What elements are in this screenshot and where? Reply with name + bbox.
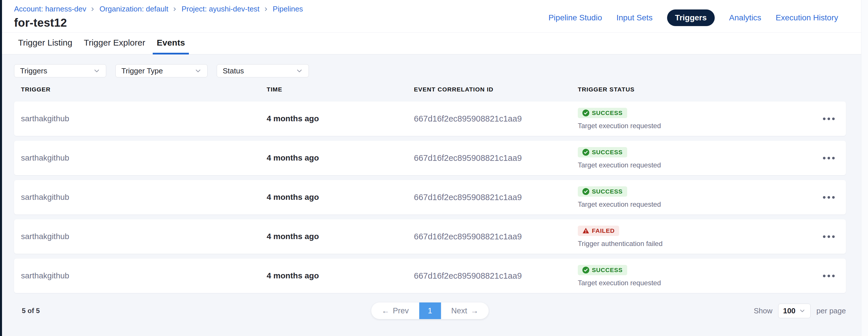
trigger-status-cell: SUCCESS Target execution requested xyxy=(578,108,811,130)
pagination-bar: 5 of 5 ← Prev 1 Next → Show 100 xyxy=(14,302,846,320)
trigger-type-filter-dropdown[interactable]: Trigger Type xyxy=(115,64,208,77)
trigger-name: sarthakgithub xyxy=(21,193,267,202)
chevron-down-icon xyxy=(195,67,202,74)
prev-page-button[interactable]: ← Prev xyxy=(371,302,419,319)
tab-bar: Trigger Listing Trigger Explorer Events xyxy=(2,33,868,55)
table-row: sarthakgithub 4 months ago 667d16f2ec895… xyxy=(14,259,846,293)
status-badge: SUCCESS xyxy=(578,186,627,197)
collapsed-sidebar-edge xyxy=(0,0,2,336)
breadcrumb-organization-link[interactable]: Organization: default xyxy=(99,5,168,13)
trigger-status-cell: SUCCESS Target execution requested xyxy=(578,186,811,208)
check-circle-icon xyxy=(582,149,589,156)
trigger-name: sarthakgithub xyxy=(21,154,267,163)
event-correlation-id: 667d16f2ec895908821c1aa9 xyxy=(414,114,578,124)
row-more-options-icon[interactable] xyxy=(819,113,839,124)
event-time: 4 months ago xyxy=(267,154,414,163)
column-header-time: Time xyxy=(267,86,414,93)
trigger-status-cell: SUCCESS Target execution requested xyxy=(578,265,811,287)
breadcrumb-pipelines-link[interactable]: Pipelines xyxy=(273,5,303,13)
arrow-right-icon: → xyxy=(471,306,478,315)
nav-execution-history[interactable]: Execution History xyxy=(776,13,838,22)
check-circle-icon xyxy=(582,109,589,116)
table-header-row: Trigger Time Event Correlation ID Trigge… xyxy=(14,86,846,93)
trigger-name: sarthakgithub xyxy=(21,114,267,123)
status-detail: Target execution requested xyxy=(578,200,661,208)
page-size-control: Show 100 per page xyxy=(754,304,846,318)
nav-pipeline-studio[interactable]: Pipeline Studio xyxy=(549,13,602,22)
current-page-button[interactable]: 1 xyxy=(419,302,441,319)
status-badge: SUCCESS xyxy=(578,147,627,157)
page-title: for-test12 xyxy=(14,16,303,29)
status-badge-label: SUCCESS xyxy=(592,149,623,156)
tab-trigger-listing[interactable]: Trigger Listing xyxy=(14,33,76,55)
check-circle-icon xyxy=(582,188,589,195)
status-filter-dropdown[interactable]: Status xyxy=(217,64,309,77)
filter-label: Triggers xyxy=(20,67,47,75)
event-correlation-id: 667d16f2ec895908821c1aa9 xyxy=(414,271,578,281)
nav-triggers[interactable]: Triggers xyxy=(667,9,715,26)
status-badge-label: SUCCESS xyxy=(592,267,623,273)
filters-row: Triggers Trigger Type Status xyxy=(14,64,846,77)
status-detail: Target execution requested xyxy=(578,279,661,287)
event-time: 4 months ago xyxy=(267,232,414,241)
status-badge: SUCCESS xyxy=(578,108,627,118)
table-row: sarthakgithub 4 months ago 667d16f2ec895… xyxy=(14,180,846,214)
page-size-select[interactable]: 100 xyxy=(778,304,811,318)
trigger-name: sarthakgithub xyxy=(21,271,267,280)
page-header: Account: harness-dev Organization: defau… xyxy=(2,0,868,33)
main-area: Account: harness-dev Organization: defau… xyxy=(2,0,868,336)
event-time: 4 months ago xyxy=(267,193,414,202)
row-more-options-icon[interactable] xyxy=(819,153,839,163)
app-root: Account: harness-dev Organization: defau… xyxy=(0,0,868,336)
chevron-right-icon xyxy=(90,7,95,12)
trigger-name: sarthakgithub xyxy=(21,232,267,241)
next-page-button[interactable]: Next → xyxy=(441,302,489,319)
chevron-down-icon xyxy=(296,67,303,74)
row-more-options-icon[interactable] xyxy=(819,192,839,203)
arrow-left-icon: ← xyxy=(381,306,389,315)
row-more-options-icon[interactable] xyxy=(819,231,839,242)
breadcrumb-project-link[interactable]: Project: ayushi-dev-test xyxy=(181,5,259,13)
status-badge-label: FAILED xyxy=(592,227,615,234)
status-badge: FAILED xyxy=(578,226,619,236)
prev-label: Prev xyxy=(393,306,409,315)
chevron-down-icon xyxy=(93,67,100,74)
page-scrollbar[interactable] xyxy=(861,0,868,336)
chevron-down-icon xyxy=(799,308,806,314)
status-badge-label: SUCCESS xyxy=(592,109,623,116)
pager: ← Prev 1 Next → xyxy=(371,302,489,319)
warning-triangle-icon xyxy=(582,227,589,234)
filter-label: Trigger Type xyxy=(121,67,163,75)
per-page-label: per page xyxy=(816,306,846,315)
column-header-trigger-status: Trigger Status xyxy=(578,86,811,93)
status-badge-label: SUCCESS xyxy=(592,188,623,195)
status-badge: SUCCESS xyxy=(578,265,627,275)
event-time: 4 months ago xyxy=(267,114,414,123)
column-header-trigger: Trigger xyxy=(21,86,267,93)
column-header-event-correlation-id: Event Correlation ID xyxy=(414,86,578,93)
trigger-status-cell: SUCCESS Target execution requested xyxy=(578,147,811,169)
event-correlation-id: 667d16f2ec895908821c1aa9 xyxy=(414,232,578,241)
next-label: Next xyxy=(451,306,467,315)
breadcrumb: Account: harness-dev Organization: defau… xyxy=(14,5,303,13)
events-content: Triggers Trigger Type Status Trigger Tim… xyxy=(2,55,868,336)
status-detail: Trigger authentication failed xyxy=(578,240,662,248)
row-more-options-icon[interactable] xyxy=(819,271,839,281)
nav-analytics[interactable]: Analytics xyxy=(729,13,761,22)
table-row: sarthakgithub 4 months ago 667d16f2ec895… xyxy=(14,101,846,136)
show-label: Show xyxy=(754,306,772,315)
table-row: sarthakgithub 4 months ago 667d16f2ec895… xyxy=(14,219,846,254)
nav-input-sets[interactable]: Input Sets xyxy=(617,13,653,22)
table-row: sarthakgithub 4 months ago 667d16f2ec895… xyxy=(14,141,846,175)
page-size-value: 100 xyxy=(783,306,795,315)
triggers-filter-dropdown[interactable]: Triggers xyxy=(14,64,106,77)
chevron-right-icon xyxy=(264,7,269,12)
tab-trigger-explorer[interactable]: Trigger Explorer xyxy=(80,33,149,55)
trigger-status-cell: FAILED Trigger authentication failed xyxy=(578,226,811,248)
breadcrumb-account-link[interactable]: Account: harness-dev xyxy=(14,5,86,13)
filter-label: Status xyxy=(223,67,244,75)
event-time: 4 months ago xyxy=(267,271,414,280)
event-correlation-id: 667d16f2ec895908821c1aa9 xyxy=(414,154,578,163)
tab-events[interactable]: Events xyxy=(153,33,189,55)
chevron-right-icon xyxy=(172,7,177,12)
